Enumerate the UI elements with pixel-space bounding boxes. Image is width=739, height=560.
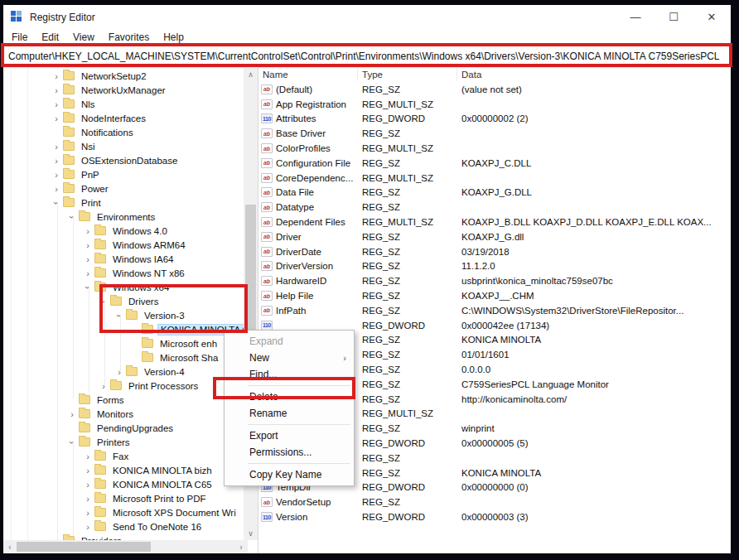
tree-item-windows-x64[interactable]: ›Windows x64 [3,280,244,294]
context-menu-item-new[interactable]: New› [225,350,354,366]
expander-chevron-icon[interactable]: › [81,508,94,518]
value-row[interactable]: abHardwareIDREG_SZusbprint\konica_minolt… [258,273,731,288]
scroll-up-icon[interactable]: ∧ [244,68,258,81]
tree-item-print-processors[interactable]: ›Print Processors [3,379,244,393]
column-header-data[interactable]: Data [457,68,731,81]
tree-item-microsoft-sha[interactable]: Microsoft Sha [3,350,244,364]
value-row[interactable]: abDriverDateREG_SZ03/19/2018 [258,244,731,259]
expander-chevron-icon[interactable]: › [51,196,61,210]
value-row[interactable]: abData FileREG_SZKOAXPJ_G.DLL [258,186,731,200]
tree-item-microsoft-print-to-pdf[interactable]: ›Microsoft Print to PDF [3,491,244,505]
expander-chevron-icon[interactable]: › [50,113,63,123]
expander-chevron-icon[interactable]: › [50,156,63,166]
menu-help[interactable]: Help [163,31,184,43]
tree-item-pendingupgrades[interactable]: PendingUpgrades [3,421,244,435]
close-button[interactable]: ✕ [693,5,731,29]
minimize-button[interactable]: — [616,5,654,29]
expander-chevron-icon[interactable]: › [81,240,94,250]
expander-chevron-icon[interactable]: › [99,295,109,308]
value-row[interactable]: abApp RegistrationREG_MULTI_SZ [258,97,731,112]
scroll-left-icon[interactable]: ‹ [3,540,17,553]
tree-item-konica-minolta-c65[interactable]: ›KONICA MINOLTA C65 [3,477,244,491]
expander-chevron-icon[interactable]: › [81,466,94,476]
context-menu-item-find[interactable]: Find... [225,366,354,383]
expander-chevron-icon[interactable]: › [81,268,94,278]
scroll-down-icon[interactable]: ∨ [244,527,258,540]
menu-file[interactable]: File [12,31,27,43]
column-header-name[interactable]: Name [258,68,358,81]
address-bar-input[interactable]: Computer\HKEY_LOCAL_MACHINE\SYSTEM\Curre… [3,45,731,68]
expander-chevron-icon[interactable]: › [50,71,63,81]
tree-item-networkuxmanager[interactable]: ›NetworkUxManager [3,83,244,97]
value-row[interactable]: abInfPathREG_SZC:\WINDOWS\System32\Drive… [258,303,731,318]
expander-chevron-icon[interactable]: › [50,85,63,95]
expander-chevron-icon[interactable]: › [50,170,63,180]
tree-item-networksetup2[interactable]: ›NetworkSetup2 [3,69,244,83]
tree-item-pnp[interactable]: ›PnP [3,167,244,181]
expander-chevron-icon[interactable]: › [67,436,77,449]
tree-item-monitors[interactable]: ›Monitors [3,407,244,421]
tree-item-konica-minolta-bizh[interactable]: ›KONICA MINOLTA bizh [3,463,244,477]
tree-item-print[interactable]: ›Print [3,196,244,210]
tree-item-nls[interactable]: ›Nls [3,97,244,111]
value-row[interactable]: abCoreDependenc...REG_MULTI_SZ [258,171,731,186]
value-row[interactable]: 110VersionREG_DWORD0x00000003 (3) [258,509,731,524]
tree-item-osextensiondatabase[interactable]: ›OSExtensionDatabase [3,153,244,167]
tree-item-forms[interactable]: Forms [3,393,244,407]
vertical-scroll-thumb[interactable] [245,205,256,345]
menu-favorites[interactable]: Favorites [109,31,149,43]
tree-item-notifications[interactable]: Notifications [3,125,244,139]
tree-item-environments[interactable]: ›Environments [3,210,244,224]
tree-item-microsoft-xps-document-wri[interactable]: ›Microsoft XPS Document Wri [3,505,244,519]
expander-chevron-icon[interactable]: › [67,210,77,224]
tree-item-windows-ia64[interactable]: ›Windows IA64 [3,252,244,266]
tree-item-windows-4-0[interactable]: ›Windows 4.0 [3,224,244,238]
context-menu-item-expand[interactable]: Expand [225,333,354,350]
tree-item-printers[interactable]: ›Printers [3,435,244,449]
value-row[interactable]: abDriverREG_SZKOAXPJ_G.dll [258,229,731,244]
expander-chevron-icon[interactable]: › [81,226,94,236]
horizontal-scroll-thumb[interactable] [17,542,151,552]
scroll-right-icon[interactable]: › [234,540,248,553]
tree-item-nodeinterfaces[interactable]: ›NodeInterfaces [3,111,244,125]
context-menu-item-export[interactable]: Export [225,427,354,444]
value-row[interactable]: 110AttributesREG_DWORD0x00000002 (2) [258,112,731,127]
tree-item-power[interactable]: ›Power [3,181,244,196]
tree-item-send-to-onenote-16[interactable]: ›Send To OneNote 16 [3,519,244,533]
context-menu-item-permissions[interactable]: Permissions... [225,444,354,461]
expander-chevron-icon[interactable]: › [50,99,63,109]
tree-item-version-4[interactable]: ›Version-4 [3,364,244,379]
value-row[interactable]: abHelp FileREG_SZKOAXPJ__.CHM [258,288,731,303]
expander-chevron-icon[interactable]: › [97,381,110,391]
tree-item-drivers[interactable]: ›Drivers [3,294,244,308]
expander-chevron-icon[interactable]: › [65,409,79,419]
expander-chevron-icon[interactable]: › [81,451,94,461]
expander-chevron-icon[interactable]: › [113,367,126,377]
value-row[interactable]: abConfiguration FileREG_SZKOAXPJ_C.DLL [258,156,731,171]
expander-chevron-icon[interactable]: › [81,494,94,504]
menu-view[interactable]: View [73,31,94,43]
column-header-type[interactable]: Type [358,68,457,81]
context-menu-item-copy-key-name[interactable]: Copy Key Name [225,466,354,483]
context-menu-item-delete[interactable]: Delete [225,389,354,405]
tree-item-microsoft-enh[interactable]: Microsoft enh [3,336,244,350]
value-row[interactable]: abColorProfilesREG_MULTI_SZ [258,141,731,156]
menu-edit[interactable]: Edit [41,31,59,43]
expander-chevron-icon[interactable]: › [50,184,63,194]
tree-horizontal-scrollbar[interactable]: ‹ › [3,540,248,553]
expander-chevron-icon[interactable]: › [81,254,94,264]
expander-chevron-icon[interactable]: › [83,281,93,294]
value-row[interactable]: abBase DriverREG_SZ [258,126,731,141]
value-row[interactable]: abVendorSetupREG_SZ [258,495,731,509]
tree-item-nsi[interactable]: ›Nsi [3,139,244,153]
tree-item-konica-minolta-c[interactable]: KONICA MINOLTA C [3,322,244,336]
expander-chevron-icon[interactable]: › [81,522,94,532]
expander-chevron-icon[interactable]: › [81,480,94,490]
expander-chevron-icon[interactable]: › [114,309,124,322]
context-menu-item-rename[interactable]: Rename [225,405,354,422]
tree-item-version-3[interactable]: ›Version-3 [3,308,244,322]
value-row[interactable]: abDependent FilesREG_MULTI_SZKOAXPJ_B.DL… [258,215,731,229]
maximize-button[interactable]: ☐ [654,5,693,29]
tree-item-fax[interactable]: ›Fax [3,449,244,463]
tree-item-windows-arm64[interactable]: ›Windows ARM64 [3,238,244,252]
